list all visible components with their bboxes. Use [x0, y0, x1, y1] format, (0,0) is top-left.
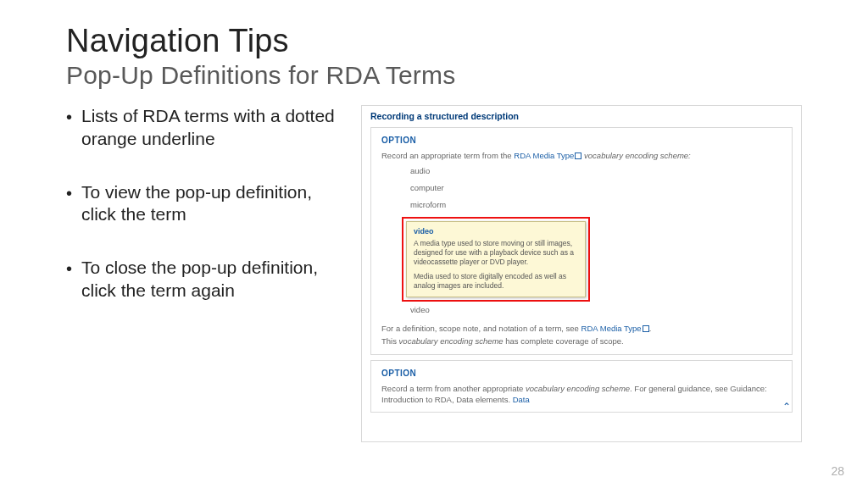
- option-footer: For a definition, scope note, and notati…: [381, 323, 782, 335]
- slide-subtitle: Pop-Up Definitions for RDA Terms: [66, 61, 802, 90]
- option-label: OPTION: [381, 136, 782, 145]
- rda-term[interactable]: audio: [410, 166, 782, 175]
- text: Record a term from another appropriate: [381, 384, 526, 393]
- slide: Navigation Tips Pop-Up Definitions for R…: [0, 0, 868, 459]
- bullet-item: To close the pop-up definition, click th…: [66, 257, 346, 302]
- text-italic: vocabulary encoding scheme:: [584, 151, 691, 160]
- chevron-up-icon[interactable]: ⌃: [782, 401, 791, 413]
- option-footer: This vocabulary encoding scheme has comp…: [381, 336, 782, 347]
- term-list: audio computer microform: [410, 166, 782, 209]
- definition-popup: video A media type used to store moving …: [406, 221, 586, 297]
- external-link-icon: [643, 325, 649, 332]
- text: Record an appropriate term from the: [381, 151, 514, 160]
- text-italic: vocabulary encoding scheme: [526, 384, 630, 393]
- external-link-icon: [575, 152, 581, 159]
- bullets-pane: Lists of RDA terms with a dotted orange …: [66, 105, 346, 442]
- text-italic: vocabulary encoding scheme: [399, 336, 504, 346]
- text: This: [381, 336, 399, 346]
- bullet-item: Lists of RDA terms with a dotted orange …: [66, 105, 346, 151]
- embedded-screenshot: Recording a structured description OPTIO…: [361, 105, 802, 442]
- option-intro: Record an appropriate term from the RDA …: [381, 150, 782, 161]
- option-text: Record a term from another appropriate v…: [381, 383, 782, 406]
- section-heading: Recording a structured description: [362, 111, 801, 125]
- rda-term[interactable]: microform: [410, 200, 782, 209]
- data-link[interactable]: Data: [513, 395, 530, 404]
- rda-media-type-link[interactable]: RDA Media Type: [514, 151, 574, 160]
- popup-highlight: video A media type used to store moving …: [402, 217, 590, 302]
- rda-media-type-link[interactable]: RDA Media Type: [581, 324, 642, 333]
- rda-term[interactable]: video: [410, 305, 782, 314]
- popup-term: video: [414, 227, 578, 236]
- bullet-item: To view the pop-up definition, click the…: [66, 181, 346, 227]
- popup-body: A media type used to store moving or sti…: [414, 239, 578, 291]
- popup-para: A media type used to store moving or sti…: [414, 239, 578, 267]
- page-number: 28: [831, 464, 844, 478]
- slide-title: Navigation Tips: [66, 24, 802, 59]
- rda-term[interactable]: computer: [410, 183, 782, 192]
- popup-para: Media used to store digitally encoded as…: [414, 272, 578, 291]
- text: has complete coverage of scope.: [504, 336, 624, 346]
- text: For a definition, scope note, and notati…: [381, 324, 581, 333]
- slide-content: Lists of RDA terms with a dotted orange …: [66, 105, 802, 442]
- option-box-2: OPTION Record a term from another approp…: [370, 360, 793, 413]
- option-box-1: OPTION Record an appropriate term from t…: [370, 127, 793, 355]
- option-label: OPTION: [381, 369, 782, 378]
